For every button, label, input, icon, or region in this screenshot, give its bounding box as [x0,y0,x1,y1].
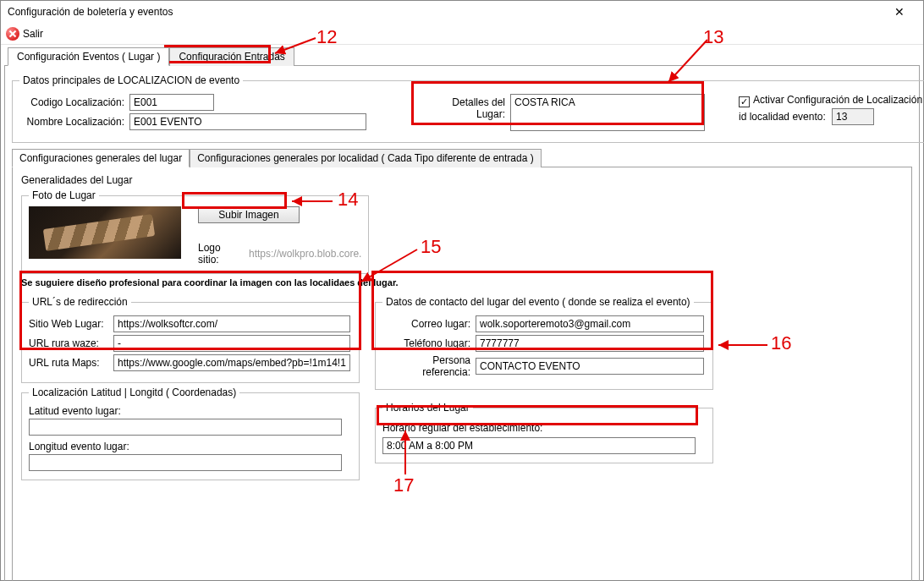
tab-general-localidad[interactable]: Configuraciones generales por localidad … [190,149,542,167]
id-label: id localidad evento: [739,111,832,123]
foto-legend: Foto de Lugar [29,189,99,201]
contact-group: Datos de contacto del lugar del evento (… [375,296,713,390]
ref-label: Persona referencia: [382,354,476,378]
tel-label: Teléfono lugar: [382,337,476,349]
logo-value: https://wolkpro.blob.core. [249,248,361,260]
codigo-label: Codigo Localización: [19,96,129,108]
lat-input[interactable] [29,419,342,436]
lat-label: Latitud evento lugar: [29,405,352,417]
foto-group: Foto de Lugar Subir Imagen Logo sitio: h… [21,189,369,274]
waze-input[interactable] [113,335,350,352]
error-icon [6,27,19,41]
schedule-group: Horarios del Lugar Horario regular del e… [375,402,713,463]
activar-label: Activar Configuración de Localización [753,94,922,106]
schedule-regular-input[interactable] [382,437,696,454]
inner-pane: Generalidades del Lugar Foto de Lugar Su… [12,167,912,581]
upload-image-button[interactable]: Subir Imagen [198,206,300,223]
activar-checkbox[interactable] [739,96,750,107]
main-pane: Datos principales de LOCALIZACION de eve… [4,66,920,581]
exit-button[interactable]: Salir [6,27,43,41]
nombre-label: Nombre Localización: [19,116,129,128]
design-note: Se suguiere diseño profesional para coor… [21,277,903,288]
logo-label: Logo sitio: [198,242,249,266]
app-window: Configuración de boletería y eventos ✕ S… [0,0,924,581]
main-tabs: Configuración Eventos ( Lugar ) Configur… [4,45,920,66]
detalles-label: Detalles del Lugar: [426,94,510,120]
place-photo-thumb [29,206,181,259]
correo-input[interactable] [476,315,704,332]
titlebar: Configuración de boletería y eventos ✕ [1,1,923,23]
generalidades-legend: Generalidades del Lugar [21,174,903,186]
window-title: Configuración de boletería y eventos [8,6,173,18]
localization-legend: Datos principales de LOCALIZACION de eve… [19,74,243,86]
schedule-legend: Horarios del Lugar [382,402,473,414]
correo-label: Correo lugar: [382,318,476,330]
nombre-input[interactable] [129,113,366,130]
close-icon[interactable]: ✕ [883,5,916,19]
coords-legend: Localización Latitud | Longitd ( Coorden… [29,386,239,398]
detalles-textarea[interactable]: COSTA RICA [510,94,705,131]
lon-input[interactable] [29,454,342,471]
lon-label: Longitud evento lugar: [29,441,352,452]
id-input [832,108,874,125]
tel-input[interactable] [476,335,704,352]
generalidades-group: Generalidades del Lugar Foto de Lugar Su… [21,174,903,288]
ref-input[interactable] [476,358,704,375]
localization-group: Datos principales de LOCALIZACION de eve… [12,74,924,143]
sitio-input[interactable] [113,315,350,332]
urls-group: URL´s de redirección Sitio Web Lugar: UR… [21,296,360,383]
urls-legend: URL´s de redirección [29,296,131,308]
tab-general-lugar[interactable]: Configuraciones generales del lugar [12,149,190,167]
tab-config-eventos[interactable]: Configuración Eventos ( Lugar ) [8,47,169,66]
toolbar: Salir [1,23,923,45]
contact-legend: Datos de contacto del lugar del evento (… [382,296,694,308]
coords-group: Localización Latitud | Longitd ( Coorden… [21,386,360,480]
sitio-label: Sitio Web Lugar: [29,318,113,330]
exit-label: Salir [23,28,43,40]
maps-label: URL ruta Maps: [29,357,113,369]
tab-config-entradas[interactable]: Configuración Entradas [169,47,294,66]
codigo-input[interactable] [129,94,214,111]
schedule-regular-label: Horario regular del establecimiento: [382,422,706,434]
inner-tabs: Configuraciones generales del lugar Conf… [12,148,912,167]
waze-label: URL rura waze: [29,337,113,349]
maps-input[interactable] [113,354,350,371]
